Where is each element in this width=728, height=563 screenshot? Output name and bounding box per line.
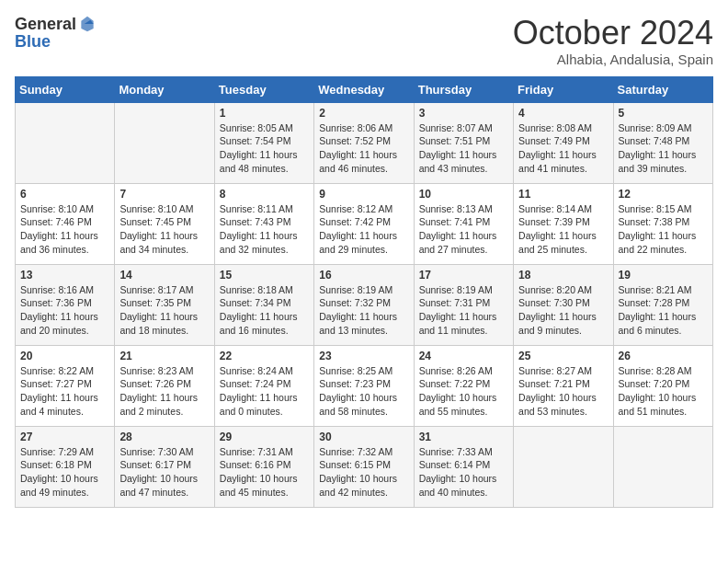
calendar-cell: 12 Sunrise: 8:15 AM Sunset: 7:38 PM Dayl… — [613, 183, 712, 264]
day-number: 23 — [319, 350, 408, 362]
day-number: 10 — [419, 188, 508, 201]
week-row-3: 13 Sunrise: 8:16 AM Sunset: 7:36 PM Dayl… — [16, 264, 713, 345]
cell-daylight: Daylight: 10 hours and 53 minutes. — [518, 392, 597, 417]
day-number: 30 — [319, 431, 408, 443]
cell-sunset: Sunset: 7:21 PM — [518, 378, 590, 389]
day-number: 28 — [119, 431, 209, 443]
page-header: General Blue October 2024 Alhabia, Andal… — [15, 15, 713, 67]
day-header-tuesday: Tuesday — [214, 76, 313, 102]
day-number: 9 — [319, 188, 408, 201]
day-header-monday: Monday — [115, 76, 214, 102]
calendar-cell — [514, 426, 613, 507]
cell-sunset: Sunset: 7:45 PM — [119, 216, 191, 227]
day-number: 1 — [220, 107, 309, 120]
day-header-wednesday: Wednesday — [314, 76, 414, 102]
day-header-thursday: Thursday — [414, 76, 513, 102]
calendar-cell: 26 Sunrise: 8:28 AM Sunset: 7:20 PM Dayl… — [613, 345, 712, 426]
calendar-cell: 31 Sunrise: 7:33 AM Sunset: 6:14 PM Dayl… — [414, 426, 513, 507]
calendar-cell: 17 Sunrise: 8:19 AM Sunset: 7:31 PM Dayl… — [414, 264, 513, 345]
week-row-5: 27 Sunrise: 7:29 AM Sunset: 6:18 PM Dayl… — [16, 426, 713, 507]
day-number: 5 — [619, 107, 708, 120]
cell-sunrise: Sunrise: 8:26 AM — [419, 365, 493, 376]
day-number: 25 — [518, 350, 608, 362]
calendar-cell: 27 Sunrise: 7:29 AM Sunset: 6:18 PM Dayl… — [16, 426, 115, 507]
cell-daylight: Daylight: 10 hours and 45 minutes. — [220, 473, 298, 498]
day-number: 22 — [220, 350, 309, 362]
cell-sunrise: Sunrise: 8:27 AM — [518, 365, 592, 376]
cell-sunrise: Sunrise: 8:05 AM — [220, 122, 293, 133]
calendar-cell — [16, 102, 115, 183]
cell-daylight: Daylight: 11 hours and 2 minutes. — [119, 392, 198, 417]
logo-blue-text: Blue — [15, 32, 51, 51]
cell-sunset: Sunset: 7:43 PM — [220, 216, 291, 227]
calendar-cell: 7 Sunrise: 8:10 AM Sunset: 7:45 PM Dayli… — [115, 183, 214, 264]
day-number: 26 — [619, 350, 708, 362]
cell-sunset: Sunset: 7:23 PM — [319, 378, 391, 389]
cell-daylight: Daylight: 10 hours and 51 minutes. — [619, 392, 697, 417]
cell-sunrise: Sunrise: 8:06 AM — [319, 122, 392, 133]
cell-sunrise: Sunrise: 7:31 AM — [220, 446, 293, 457]
calendar-cell: 6 Sunrise: 8:10 AM Sunset: 7:46 PM Dayli… — [16, 183, 115, 264]
cell-sunset: Sunset: 7:20 PM — [619, 378, 690, 389]
cell-sunset: Sunset: 7:26 PM — [119, 378, 191, 389]
cell-sunset: Sunset: 7:39 PM — [518, 216, 590, 227]
cell-sunset: Sunset: 7:27 PM — [20, 378, 92, 389]
cell-sunrise: Sunrise: 8:18 AM — [220, 284, 293, 295]
day-number: 17 — [419, 269, 508, 282]
cell-sunset: Sunset: 7:42 PM — [319, 216, 391, 227]
day-number: 4 — [518, 107, 608, 120]
week-row-1: 1 Sunrise: 8:05 AM Sunset: 7:54 PM Dayli… — [16, 102, 713, 183]
day-number: 31 — [419, 431, 508, 443]
cell-sunset: Sunset: 7:54 PM — [220, 135, 291, 146]
cell-daylight: Daylight: 10 hours and 47 minutes. — [119, 473, 198, 498]
cell-daylight: Daylight: 10 hours and 58 minutes. — [319, 392, 397, 417]
calendar-cell: 30 Sunrise: 7:32 AM Sunset: 6:15 PM Dayl… — [314, 426, 414, 507]
calendar-cell: 11 Sunrise: 8:14 AM Sunset: 7:39 PM Dayl… — [514, 183, 613, 264]
cell-daylight: Daylight: 10 hours and 42 minutes. — [319, 473, 397, 498]
calendar-cell — [613, 426, 712, 507]
day-number: 3 — [419, 107, 508, 120]
cell-daylight: Daylight: 11 hours and 4 minutes. — [20, 392, 98, 417]
cell-sunrise: Sunrise: 8:10 AM — [119, 203, 193, 214]
cell-sunset: Sunset: 6:18 PM — [20, 459, 92, 470]
calendar-cell: 2 Sunrise: 8:06 AM Sunset: 7:52 PM Dayli… — [314, 102, 414, 183]
cell-daylight: Daylight: 11 hours and 29 minutes. — [319, 230, 397, 255]
cell-sunrise: Sunrise: 8:22 AM — [20, 365, 94, 376]
cell-sunset: Sunset: 7:41 PM — [419, 216, 491, 227]
day-number: 20 — [20, 350, 109, 362]
calendar-cell: 19 Sunrise: 8:21 AM Sunset: 7:28 PM Dayl… — [613, 264, 712, 345]
calendar-cell: 24 Sunrise: 8:26 AM Sunset: 7:22 PM Dayl… — [414, 345, 513, 426]
cell-sunset: Sunset: 7:48 PM — [619, 135, 690, 146]
cell-sunrise: Sunrise: 8:25 AM — [319, 365, 392, 376]
calendar-cell: 1 Sunrise: 8:05 AM Sunset: 7:54 PM Dayli… — [214, 102, 313, 183]
cell-sunrise: Sunrise: 8:19 AM — [419, 284, 493, 295]
cell-sunset: Sunset: 6:15 PM — [319, 459, 391, 470]
day-number: 6 — [20, 188, 109, 201]
cell-sunrise: Sunrise: 8:11 AM — [220, 203, 293, 214]
day-number: 11 — [518, 188, 608, 201]
logo-general-text: General — [15, 16, 76, 32]
cell-sunset: Sunset: 7:34 PM — [220, 297, 291, 308]
cell-sunrise: Sunrise: 8:08 AM — [518, 122, 592, 133]
cell-daylight: Daylight: 11 hours and 43 minutes. — [419, 149, 497, 174]
day-number: 27 — [20, 431, 109, 443]
cell-sunrise: Sunrise: 8:09 AM — [619, 122, 692, 133]
calendar-cell: 20 Sunrise: 8:22 AM Sunset: 7:27 PM Dayl… — [16, 345, 115, 426]
cell-sunrise: Sunrise: 8:28 AM — [619, 365, 692, 376]
cell-sunrise: Sunrise: 8:07 AM — [419, 122, 493, 133]
day-number: 19 — [619, 269, 708, 282]
calendar-cell: 9 Sunrise: 8:12 AM Sunset: 7:42 PM Dayli… — [314, 183, 414, 264]
cell-sunset: Sunset: 7:31 PM — [419, 297, 491, 308]
calendar-cell: 16 Sunrise: 8:19 AM Sunset: 7:32 PM Dayl… — [314, 264, 414, 345]
cell-sunrise: Sunrise: 7:30 AM — [119, 446, 193, 457]
cell-sunrise: Sunrise: 8:23 AM — [119, 365, 193, 376]
week-row-2: 6 Sunrise: 8:10 AM Sunset: 7:46 PM Dayli… — [16, 183, 713, 264]
calendar-cell: 14 Sunrise: 8:17 AM Sunset: 7:35 PM Dayl… — [115, 264, 214, 345]
cell-daylight: Daylight: 11 hours and 11 minutes. — [419, 311, 497, 336]
calendar-cell: 22 Sunrise: 8:24 AM Sunset: 7:24 PM Dayl… — [214, 345, 313, 426]
cell-daylight: Daylight: 11 hours and 36 minutes. — [20, 230, 98, 255]
day-number: 16 — [319, 269, 408, 282]
week-row-4: 20 Sunrise: 8:22 AM Sunset: 7:27 PM Dayl… — [16, 345, 713, 426]
cell-daylight: Daylight: 11 hours and 32 minutes. — [220, 230, 298, 255]
cell-sunrise: Sunrise: 8:17 AM — [119, 284, 193, 295]
